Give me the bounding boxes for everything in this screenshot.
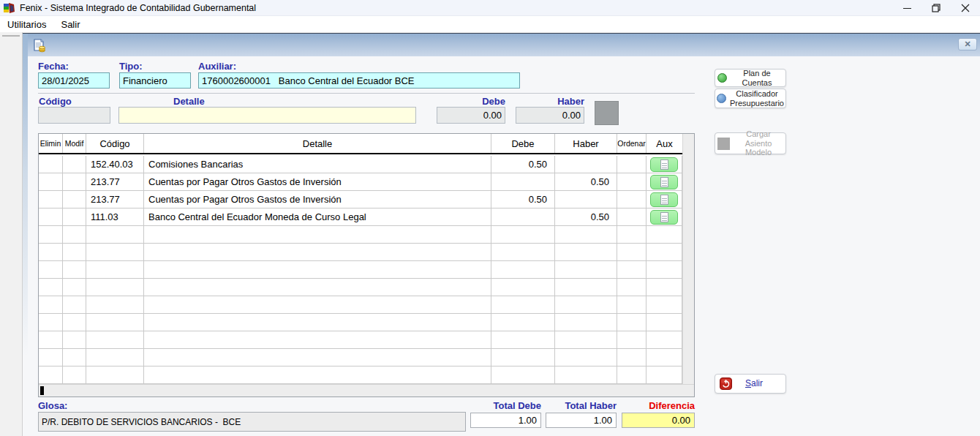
cell-elimin[interactable] (39, 173, 63, 191)
table-row[interactable] (39, 226, 682, 244)
cell-ordenar[interactable] (617, 173, 647, 191)
minimize-button[interactable] (892, 0, 921, 16)
debe-input[interactable]: 0.00 (437, 107, 505, 124)
fecha-label: Fecha: (38, 61, 69, 72)
cell-ordenar[interactable] (617, 349, 647, 367)
cell-modif[interactable] (63, 279, 86, 296)
cell-ordenar[interactable] (617, 314, 647, 331)
cell-modif[interactable] (63, 261, 86, 279)
cell-ordenar[interactable] (617, 367, 647, 384)
codigo-input[interactable] (38, 107, 110, 124)
cell-detalle (144, 244, 491, 261)
cell-ordenar[interactable] (617, 156, 647, 173)
cell-modif[interactable] (63, 208, 86, 226)
total-haber-label: Total Haber (546, 400, 617, 411)
header-elimin: Elimin (39, 134, 63, 153)
tipo-input[interactable]: Financiero (119, 72, 191, 89)
header-modif: Modif (63, 134, 86, 153)
cell-ordenar[interactable] (617, 296, 647, 314)
table-row[interactable] (39, 314, 682, 331)
close-button[interactable] (951, 0, 980, 16)
cell-elimin[interactable] (39, 244, 63, 261)
cell-haber (555, 349, 617, 367)
cell-codigo: 213.77 (86, 191, 144, 208)
cell-debe (491, 296, 555, 314)
cell-modif[interactable] (63, 331, 86, 349)
glosa-input[interactable]: P/R. DEBITO DE SERVICIOS BANCARIOS - BCE (38, 412, 466, 432)
cell-modif[interactable] (63, 296, 86, 314)
journal-entry-icon[interactable] (32, 39, 46, 53)
clasificador-presupuestario-button[interactable]: Clasificador Presupuestario (715, 89, 786, 108)
cell-elimin[interactable] (39, 226, 63, 244)
cell-ordenar[interactable] (617, 226, 647, 244)
haber-input[interactable]: 0.00 (516, 107, 584, 124)
table-row[interactable]: 213.77 Cuentas por Pagar Otros Gastos de… (39, 191, 682, 208)
cell-elimin[interactable] (39, 296, 63, 314)
aux-button[interactable] (650, 157, 678, 172)
menu-salir[interactable]: Salir (53, 16, 87, 32)
horizontal-scroll-thumb[interactable] (40, 386, 44, 395)
table-row[interactable] (39, 331, 682, 349)
menu-utilitarios[interactable]: Utilitarios (0, 16, 53, 32)
table-row[interactable] (39, 279, 682, 296)
cell-codigo (86, 244, 144, 261)
table-vertical-scrollbar[interactable] (682, 134, 694, 384)
cell-ordenar[interactable] (617, 261, 647, 279)
cell-elimin[interactable] (39, 261, 63, 279)
cell-aux (647, 314, 682, 331)
aux-button[interactable] (650, 175, 678, 189)
cell-elimin[interactable] (39, 208, 63, 226)
cell-elimin[interactable] (39, 314, 63, 331)
salir-button[interactable]: Salir (715, 374, 786, 394)
child-close-button[interactable]: ✕ (958, 38, 977, 50)
fecha-input[interactable]: 28/01/2025 (38, 72, 110, 89)
table-header-row: Elimin Modif Código Detalle Debe Haber O… (39, 134, 694, 154)
minimize-icon (903, 8, 911, 9)
cell-modif[interactable] (63, 191, 86, 208)
cell-ordenar[interactable] (617, 331, 647, 349)
cell-elimin[interactable] (39, 279, 63, 296)
auxiliar-input[interactable]: 1760002600001 Banco Central del Ecuador … (198, 72, 520, 89)
cell-ordenar[interactable] (617, 191, 647, 208)
cell-codigo (86, 279, 144, 296)
cell-elimin[interactable] (39, 191, 63, 208)
cell-ordenar[interactable] (617, 244, 647, 261)
cell-modif[interactable] (63, 173, 86, 191)
cell-elimin[interactable] (39, 367, 63, 384)
add-entry-button[interactable] (595, 101, 619, 125)
cell-haber (555, 279, 617, 296)
restore-button[interactable] (921, 0, 951, 16)
diferencia-label: Diferencia (622, 400, 695, 411)
cell-elimin[interactable] (39, 156, 63, 173)
cell-modif[interactable] (63, 314, 86, 331)
aux-button[interactable] (650, 210, 678, 225)
cell-modif[interactable] (63, 349, 86, 367)
cell-modif[interactable] (63, 156, 86, 173)
table-row[interactable] (39, 261, 682, 279)
table-horizontal-scrollbar[interactable] (39, 384, 694, 396)
cargar-asiento-modelo-button[interactable]: Cargar Asiento Modelo (715, 132, 786, 154)
table-row[interactable] (39, 367, 682, 384)
cell-elimin[interactable] (39, 349, 63, 367)
cell-haber (555, 331, 617, 349)
table-row[interactable]: 111.03 Banco Central del Ecuador Moneda … (39, 208, 682, 226)
table-row[interactable]: 213.77 Cuentas por Pagar Otros Gastos de… (39, 173, 682, 191)
cell-modif[interactable] (63, 244, 86, 261)
detalle-input[interactable] (118, 107, 416, 124)
cell-haber (555, 261, 617, 279)
table-row[interactable] (39, 296, 682, 314)
cell-elimin[interactable] (39, 331, 63, 349)
cell-ordenar[interactable] (617, 208, 647, 226)
cell-ordenar[interactable] (617, 279, 647, 296)
cell-debe (491, 244, 555, 261)
plan-de-cuentas-button[interactable]: Plan de Cuentas (715, 69, 786, 87)
cell-modif[interactable] (63, 226, 86, 244)
titlebar: Fenix - Sistema Integrado de Contabilida… (0, 0, 980, 16)
splitter-handle[interactable] (2, 35, 20, 37)
cell-modif[interactable] (63, 367, 86, 384)
table-row[interactable] (39, 349, 682, 367)
table-row[interactable] (39, 244, 682, 261)
cell-debe (491, 279, 555, 296)
table-row[interactable]: 152.40.03 Comisiones Bancarias 0.50 (39, 156, 682, 173)
aux-button[interactable] (650, 192, 678, 207)
